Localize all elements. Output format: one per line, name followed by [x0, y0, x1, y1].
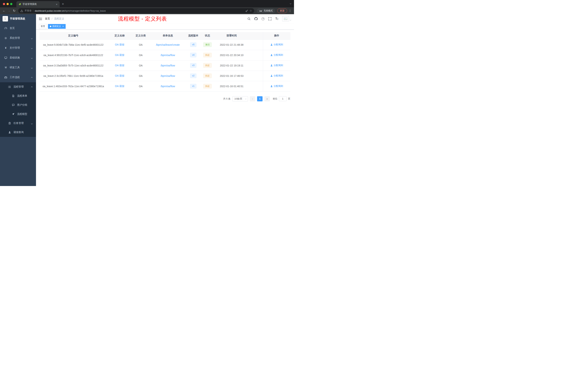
- person-icon: [270, 44, 273, 46]
- tag-process-definition[interactable]: 流程定义 ×: [48, 24, 66, 29]
- definition-name-link[interactable]: OA 请假: [115, 54, 124, 56]
- goto-page-input[interactable]: [279, 96, 286, 101]
- sidebar-item-infrastructure[interactable]: 基础设施: [0, 53, 36, 63]
- incognito-icon: [259, 10, 262, 12]
- chevron-down-icon: [31, 122, 32, 125]
- definition-name-link[interactable]: OA 请假: [115, 85, 124, 88]
- form-link[interactable]: /bpm/oa/flow: [160, 54, 175, 57]
- sidebar-submenu-workflow: 流程管理 流程表单 用户分组: [0, 82, 36, 137]
- form-link[interactable]: /bpm/oa/flow: [160, 64, 175, 67]
- help-question-icon[interactable]: ?: [262, 17, 264, 20]
- cell-category: OA: [132, 60, 149, 71]
- assign-rule-button[interactable]: 分配规则: [270, 74, 283, 77]
- active-dot: [50, 26, 51, 27]
- monitor-icon: [4, 56, 7, 59]
- action-label: 分配规则: [274, 53, 283, 57]
- yen-icon: ¥: [4, 46, 7, 49]
- table-row: oa_leave:5:004b710b-7b8a-11ec-8ef0-acde4…: [40, 40, 290, 50]
- assign-rule-button[interactable]: 分配规则: [270, 53, 283, 57]
- bookmark-star-icon[interactable]: ☆: [250, 9, 252, 12]
- fullscreen-icon[interactable]: [268, 17, 272, 20]
- prev-page-button[interactable]: ‹: [250, 96, 255, 101]
- sidebar-item-label: 用户分组: [17, 103, 27, 107]
- address-bar[interactable]: 不安全 dashboard.yudao.iocoder.cn/bpm/manag…: [18, 8, 254, 13]
- form-link[interactable]: /bpm/oa/flow: [160, 75, 175, 77]
- cell-time: 2022-01-16 17:46:53: [215, 71, 248, 81]
- sidebar-item-devtools[interactable]: ⚒ 研发工具: [0, 63, 36, 72]
- definition-name-link[interactable]: OA 请假: [115, 64, 124, 67]
- github-icon[interactable]: [254, 17, 258, 20]
- sidebar-item-label: 支付管理: [10, 46, 20, 50]
- tab-strip: 芋道管理系统 × +: [0, 0, 294, 7]
- reload-button[interactable]: ↻: [12, 8, 17, 13]
- sidebar-logo[interactable]: 芋道管理系统: [0, 14, 36, 23]
- search-icon[interactable]: [247, 17, 251, 20]
- browser-tab[interactable]: 芋道管理系统 ×: [16, 1, 60, 7]
- next-page-button[interactable]: ›: [264, 96, 270, 101]
- person-icon: [270, 75, 273, 77]
- assign-rule-button[interactable]: 分配规则: [270, 64, 283, 67]
- cell-filler: [248, 71, 263, 81]
- person-icon: [270, 64, 273, 67]
- sidebar-item-process-forms[interactable]: 流程表单: [0, 91, 36, 100]
- status-badge: 挂起: [203, 53, 212, 57]
- col-header-time: 部署时间: [215, 32, 248, 40]
- breadcrumb-home[interactable]: 首页: [45, 17, 50, 20]
- window-minimize-button[interactable]: [7, 3, 9, 5]
- sidebar-item-label: 请假查询: [13, 131, 24, 134]
- browser-menu-kebab-icon[interactable]: ⋮: [289, 9, 292, 12]
- forward-button[interactable]: →: [7, 8, 12, 13]
- window-zoom-button[interactable]: [10, 3, 12, 5]
- sidebar-collapse-icon[interactable]: [39, 17, 42, 20]
- assign-rule-button[interactable]: 分配规则: [270, 43, 283, 46]
- breadcrumb-current: 流程定义: [54, 17, 64, 20]
- browser-update-button[interactable]: 更新: [277, 8, 287, 13]
- back-button[interactable]: ←: [1, 8, 7, 13]
- sidebar-item-leave-query[interactable]: 请假查询: [0, 128, 36, 137]
- chevron-down-icon: [31, 66, 32, 69]
- sidebar-item-user-groups[interactable]: 用户分组: [0, 100, 36, 109]
- sidebar-item-label: 流程管理: [13, 85, 24, 88]
- sidebar-item-workflow[interactable]: 工作流程: [0, 72, 36, 82]
- sidebar-item-process-management[interactable]: 流程管理: [0, 82, 36, 91]
- col-header-form: 表单信息: [149, 32, 187, 40]
- cell-time: 2022-01-16 01:40:51: [215, 81, 248, 91]
- sidebar-item-label: 流程表单: [17, 94, 27, 98]
- cell-category: OA: [132, 71, 149, 81]
- cell-id: oa_leave:3:1fad3d93-7b75-11ec-a3c8-acde4…: [40, 60, 107, 71]
- tag-close-icon[interactable]: ×: [62, 25, 64, 28]
- sidebar-item-home[interactable]: 首页: [0, 23, 36, 33]
- font-size-large: T: [275, 17, 277, 20]
- tab-close-icon[interactable]: ×: [55, 3, 58, 6]
- sidebar-item-process-models[interactable]: 流程模型: [0, 109, 36, 119]
- form-link[interactable]: /bpm/oa/leave/create: [156, 43, 180, 46]
- tab-search-chevron-icon[interactable]: [290, 1, 291, 5]
- gear-icon: [4, 37, 7, 40]
- font-size-icon[interactable]: TT: [275, 17, 278, 20]
- assign-rule-button[interactable]: 分配规则: [270, 85, 283, 88]
- sidebar-item-system[interactable]: 系统管理: [0, 33, 36, 43]
- font-size-small: T: [277, 18, 278, 20]
- action-label: 分配规则: [274, 43, 283, 46]
- sidebar-item-payment[interactable]: ¥ 支付管理: [0, 43, 36, 53]
- sidebar: 芋道管理系统 首页 系统管理 ¥ 支付管理: [0, 14, 36, 186]
- page-size-value: 10条/页: [234, 97, 242, 100]
- incognito-label: 无痕模式: [264, 9, 273, 12]
- definition-name-link[interactable]: OA 请假: [115, 74, 124, 77]
- cell-id: oa_leave:2:3c1f0ef1-76b1-11ec-9c66-a2380…: [40, 71, 107, 81]
- new-tab-button[interactable]: +: [62, 2, 64, 6]
- chevron-up-icon: [31, 85, 32, 88]
- definition-name-link[interactable]: OA 请假: [115, 43, 124, 46]
- goto-page: 前往 页: [273, 96, 290, 101]
- window-close-button[interactable]: [3, 3, 5, 5]
- page-size-select[interactable]: 10条/页: [232, 96, 248, 101]
- sidebar-item-task-management[interactable]: 任务管理: [0, 119, 36, 128]
- user-avatar[interactable]: [282, 16, 291, 22]
- password-key-icon[interactable]: [245, 10, 248, 12]
- form-link[interactable]: /bpm/oa/flow: [160, 85, 175, 88]
- tag-home[interactable]: 首页: [39, 24, 47, 29]
- cell-id: oa_leave:1:482ec033-762a-11ec-8477-a2380…: [40, 81, 107, 91]
- page-number-button[interactable]: 1: [257, 96, 262, 101]
- definition-table: 定义编号 定义名称 定义分类 表单信息 流程版本 状态 部署时间 操作 oa_l…: [40, 32, 290, 92]
- browser-chrome: 芋道管理系统 × + ← → ↻ 不安全 dashboard.yudao.ioc…: [0, 0, 294, 14]
